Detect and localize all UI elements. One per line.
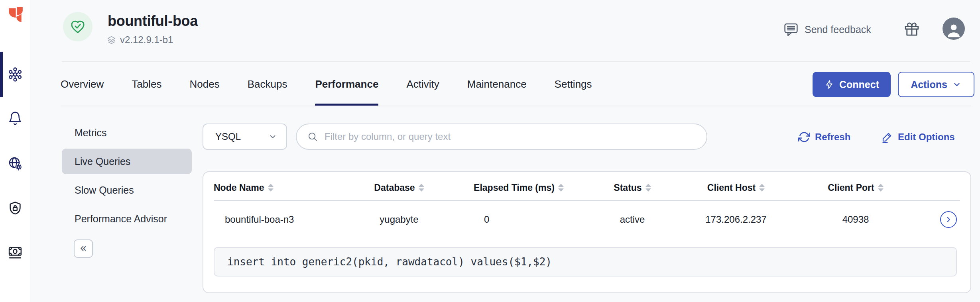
table-header-row: Node Name Database Elapsed Time (ms) Sta…	[214, 177, 960, 198]
column-label: Node Name	[214, 182, 264, 193]
chevron-down-icon	[268, 132, 277, 141]
cell-database: yugabyte	[345, 214, 453, 225]
tab-bar-divider	[61, 106, 971, 106]
table-row[interactable]: bountiful-boa-n3 yugabyte 0 active 173.2…	[214, 201, 960, 238]
query-text-box: insert into generic2(pkid, rawdatacol) v…	[214, 247, 957, 277]
edit-pencil-icon	[881, 131, 893, 143]
column-label: Status	[614, 182, 642, 193]
chevrons-left-icon: «	[80, 241, 87, 254]
left-rail	[0, 0, 30, 302]
cell-client-host: 173.206.2.237	[680, 214, 792, 225]
search-icon	[307, 131, 318, 142]
column-header-database[interactable]: Database	[345, 182, 453, 193]
column-header-elapsed-time[interactable]: Elapsed Time (ms)	[453, 182, 584, 193]
tab-settings[interactable]: Settings	[555, 62, 592, 106]
sort-icon	[645, 184, 651, 192]
header-divider	[62, 61, 970, 62]
column-header-client-port[interactable]: Client Port	[792, 182, 919, 193]
column-header-client-host[interactable]: Client Host	[680, 182, 792, 193]
query-filter-field	[296, 124, 707, 150]
tab-backups[interactable]: Backups	[248, 62, 287, 106]
sort-icon	[558, 184, 564, 192]
edit-options-label: Edit Options	[898, 131, 955, 143]
layers-icon	[107, 35, 116, 45]
tab-overview[interactable]: Overview	[61, 62, 104, 106]
sort-icon	[419, 184, 424, 192]
filter-input[interactable]	[325, 131, 697, 142]
alerts-bell-icon[interactable]	[6, 110, 24, 127]
refresh-button[interactable]: Refresh	[798, 129, 850, 145]
version-label: v2.12.9.1-b1	[120, 34, 173, 45]
subnav-item-live-queries[interactable]: Live Queries	[62, 149, 192, 174]
lightning-bolt-icon	[824, 79, 834, 90]
sort-icon	[268, 184, 274, 192]
column-header-node-name[interactable]: Node Name	[214, 182, 345, 193]
collapse-sidenav-button[interactable]: «	[74, 239, 93, 258]
tab-activity[interactable]: Activity	[406, 62, 439, 106]
actions-button[interactable]: Actions	[898, 72, 974, 97]
actions-button-label: Actions	[911, 79, 947, 90]
column-label: Client Host	[707, 182, 756, 193]
gift-icon	[903, 21, 920, 37]
live-queries-page: bountiful-boa v2.12.9.1-b1 Send feedback	[0, 0, 980, 302]
chat-bubble-icon	[783, 22, 799, 37]
tab-performance-label: Performance	[315, 78, 378, 90]
cell-client-port: 40938	[792, 214, 919, 225]
heart-check-icon	[69, 18, 86, 35]
network-settings-icon[interactable]	[6, 155, 24, 173]
query-sql-text: insert into generic2(pkid, rawdatacol) v…	[227, 256, 552, 268]
billing-icon[interactable]	[6, 243, 24, 261]
send-feedback-button[interactable]: Send feedback	[783, 20, 871, 39]
subnav-item-slow-queries[interactable]: Slow Queries	[62, 177, 192, 203]
person-icon	[945, 21, 962, 39]
subnav-item-metrics[interactable]: Metrics	[62, 120, 192, 145]
connect-button[interactable]: Connect	[813, 72, 891, 97]
api-type-select[interactable]: YSQL	[203, 124, 287, 150]
column-label: Elapsed Time (ms)	[474, 182, 555, 193]
tab-tables[interactable]: Tables	[132, 62, 161, 106]
clusters-icon[interactable]	[6, 66, 24, 83]
sort-icon	[759, 184, 765, 192]
send-feedback-label: Send feedback	[805, 24, 871, 35]
column-label: Client Port	[828, 182, 874, 193]
sort-icon	[878, 184, 884, 192]
row-detail-button[interactable]	[940, 211, 957, 228]
cluster-version: v2.12.9.1-b1	[107, 34, 173, 45]
chevron-right-icon	[944, 215, 953, 224]
connect-button-label: Connect	[839, 79, 879, 90]
refresh-icon	[798, 131, 810, 143]
active-nav-indicator	[0, 52, 3, 97]
gift-button[interactable]	[903, 20, 921, 38]
yugabyte-logo-icon[interactable]	[6, 6, 24, 25]
cell-node-name: bountiful-boa-n3	[214, 214, 345, 225]
subnav-item-performance-advisor[interactable]: Performance Advisor	[62, 206, 192, 231]
edit-options-button[interactable]: Edit Options	[881, 129, 955, 145]
cluster-health-badge	[63, 12, 92, 41]
cluster-tab-bar: Overview Tables Nodes Backups Performanc…	[61, 62, 592, 106]
cluster-name-title: bountiful-boa	[108, 13, 198, 29]
chevron-down-icon	[952, 80, 962, 89]
column-header-status[interactable]: Status	[584, 182, 680, 193]
refresh-label: Refresh	[815, 131, 850, 143]
tab-nodes[interactable]: Nodes	[190, 62, 220, 106]
tab-performance[interactable]: Performance	[315, 62, 378, 106]
live-queries-table-card: Node Name Database Elapsed Time (ms) Sta…	[203, 171, 971, 293]
column-label: Database	[374, 182, 415, 193]
cell-elapsed-time: 0	[453, 214, 584, 225]
api-type-value: YSQL	[215, 131, 241, 142]
security-shield-icon[interactable]	[6, 200, 24, 217]
tab-maintenance[interactable]: Maintenance	[467, 62, 527, 106]
user-avatar[interactable]	[943, 18, 965, 40]
cell-status: active	[584, 214, 680, 225]
